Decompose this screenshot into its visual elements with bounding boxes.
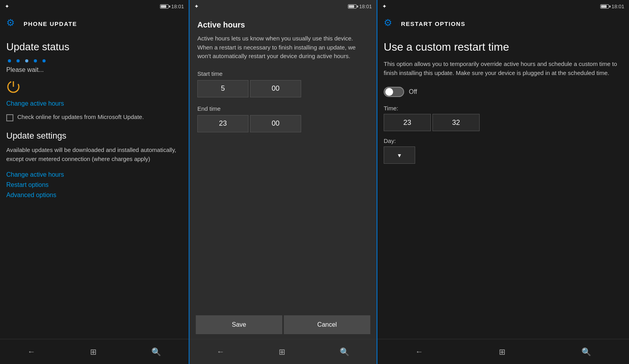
update-desc: Available updates will be downloaded and… <box>6 146 182 163</box>
back-button-right[interactable]: ← <box>415 347 423 356</box>
advanced-options-link[interactable]: Advanced options <box>6 192 182 199</box>
gear-icon-right: ⚙ <box>384 17 396 30</box>
search-button-middle[interactable]: 🔍 <box>340 347 349 357</box>
time-field-label: Time: <box>384 105 623 112</box>
battery-icon-right <box>600 4 609 9</box>
custom-restart-toggle[interactable] <box>384 87 404 97</box>
home-button-right[interactable]: ⊞ <box>499 347 506 357</box>
chevron-down-icon: ▾ <box>398 152 401 159</box>
right-status-bar: ✦ 18:01 <box>377 0 629 13</box>
toggle-row: Off <box>384 87 623 97</box>
restart-desc: This option allows you to temporarily ov… <box>384 60 623 77</box>
left-status-bar: ✦ 18:01 <box>0 0 189 13</box>
left-header: ⚙ PHONE UPDATE <box>0 13 189 35</box>
home-button-middle[interactable]: ⊞ <box>279 347 285 357</box>
middle-bottom-nav: ← ⊞ 🔍 <box>189 339 377 364</box>
power-icon-wrap <box>6 80 182 95</box>
right-content: Use a custom restart time This option al… <box>377 35 629 339</box>
battery-icon-middle <box>348 4 357 9</box>
left-panel: ✦ 18:01 ⚙ PHONE UPDATE Update status Ple… <box>0 0 189 364</box>
change-active-hours-link[interactable]: Change active hours <box>6 171 182 178</box>
start-time-inputs: 5 00 <box>197 80 369 97</box>
dialog-buttons: Save Cancel <box>189 311 377 339</box>
dot-1 <box>8 59 11 62</box>
gear-icon-left: ⚙ <box>6 17 19 30</box>
left-time: 18:01 <box>171 4 184 9</box>
battery-icon <box>160 4 169 9</box>
middle-time: 18:01 <box>359 4 372 9</box>
start-time-label: Start time <box>197 70 369 77</box>
right-bottom-nav: ← ⊞ 🔍 <box>377 339 629 364</box>
checkbox-label: Check online for updates from Microsoft … <box>17 113 144 120</box>
back-button-middle[interactable]: ← <box>217 347 224 356</box>
dialog-title: Active hours <box>197 20 369 29</box>
left-content: Update status Please wait... Change acti… <box>0 35 189 339</box>
middle-status-bar: ✦ 18:01 <box>189 0 377 13</box>
dot-5 <box>42 59 46 62</box>
pin-icon: ✦ <box>5 3 9 9</box>
end-hour-input[interactable]: 23 <box>197 115 248 132</box>
left-bottom-nav: ← ⊞ 🔍 <box>0 339 189 364</box>
dialog-content: Active hours Active hours lets us know w… <box>189 13 377 311</box>
pin-icon-middle: ✦ <box>194 3 199 9</box>
loading-dots <box>6 59 182 62</box>
right-header: ⚙ RESTART OPTIONS <box>377 13 629 35</box>
right-time: 18:01 <box>611 4 624 9</box>
restart-options-link[interactable]: Restart options <box>6 181 182 188</box>
restart-title: Use a custom restart time <box>384 41 623 53</box>
start-minute-input[interactable]: 00 <box>250 80 301 97</box>
back-button-left[interactable]: ← <box>28 347 35 356</box>
toggle-label: Off <box>409 88 417 95</box>
restart-hour-input[interactable]: 23 <box>384 114 431 131</box>
dot-3 <box>25 59 28 62</box>
left-title: PHONE UPDATE <box>24 20 77 27</box>
checkbox-row: Check online for updates from Microsoft … <box>6 113 182 121</box>
restart-time-inputs: 23 32 <box>384 114 623 131</box>
update-settings-title: Update settings <box>6 131 182 141</box>
change-active-hours-top-link[interactable]: Change active hours <box>6 100 182 107</box>
home-button-left[interactable]: ⊞ <box>90 347 97 357</box>
right-title: RESTART OPTIONS <box>401 20 465 27</box>
cancel-button[interactable]: Cancel <box>284 315 370 334</box>
start-hour-input[interactable]: 5 <box>197 80 248 97</box>
dot-4 <box>34 59 37 62</box>
search-button-left[interactable]: 🔍 <box>151 347 161 357</box>
search-button-right[interactable]: 🔍 <box>581 347 591 357</box>
end-minute-input[interactable]: 00 <box>250 115 301 132</box>
day-dropdown[interactable]: ▾ <box>384 146 415 164</box>
save-button[interactable]: Save <box>196 315 282 334</box>
end-time-inputs: 23 00 <box>197 115 369 132</box>
microsoft-update-checkbox[interactable] <box>6 114 13 121</box>
dot-2 <box>17 59 20 62</box>
right-panel: ✦ 18:01 ⚙ RESTART OPTIONS Use a custom r… <box>377 0 629 364</box>
end-time-label: End time <box>197 105 369 112</box>
pin-icon-right: ✦ <box>382 3 387 9</box>
update-status-title: Update status <box>6 41 182 53</box>
middle-panel: ✦ 18:01 Active hours Active hours lets u… <box>189 0 377 364</box>
power-icon <box>6 80 20 94</box>
dialog-description: Active hours lets us know when you usual… <box>197 34 369 61</box>
toggle-knob <box>385 88 393 96</box>
day-field-label: Day: <box>384 137 623 144</box>
please-wait-text: Please wait... <box>6 66 182 73</box>
restart-minute-input[interactable]: 32 <box>432 114 480 131</box>
